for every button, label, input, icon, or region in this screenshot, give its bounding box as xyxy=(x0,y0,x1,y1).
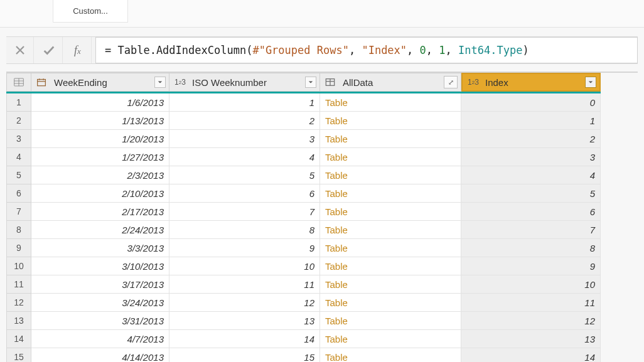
cell-weekending[interactable]: 3/31/2013 xyxy=(31,312,169,330)
cell-alldata[interactable]: Table xyxy=(320,275,461,294)
cell-iso-weeknumber[interactable]: 4 xyxy=(169,148,320,166)
column-header-iso-weeknumber[interactable]: 123 ISO Weeknumber xyxy=(169,73,320,92)
cell-iso-weeknumber[interactable]: 15 xyxy=(169,348,320,362)
cell-alldata[interactable]: Table xyxy=(320,203,461,221)
row-header[interactable]: 6 xyxy=(6,184,31,203)
row-header[interactable]: 3 xyxy=(6,130,31,148)
column-header-weekending[interactable]: WeekEnding xyxy=(31,73,169,92)
cell-index[interactable]: 14 xyxy=(461,348,601,362)
formula-input[interactable]: = Table.AddIndexColumn(#"Grouped Rows", … xyxy=(95,37,638,63)
expand-button-alldata[interactable]: ⤢ xyxy=(444,76,458,88)
cell-iso-weeknumber[interactable]: 11 xyxy=(169,275,320,294)
cell-weekending[interactable]: 3/3/2013 xyxy=(31,239,169,257)
cell-alldata[interactable]: Table xyxy=(320,330,461,348)
column-header-index[interactable]: 123 Index xyxy=(461,73,601,92)
row-header[interactable]: 11 xyxy=(6,275,31,294)
cell-weekending[interactable]: 4/14/2013 xyxy=(31,348,169,362)
cell-weekending[interactable]: 1/27/2013 xyxy=(31,148,169,166)
cell-alldata[interactable]: Table xyxy=(320,239,461,257)
cell-alldata[interactable]: Table xyxy=(320,184,461,203)
cell-index[interactable]: 4 xyxy=(461,166,601,184)
cell-alldata[interactable]: Table xyxy=(320,93,461,112)
cell-weekending[interactable]: 2/17/2013 xyxy=(31,203,169,221)
row-header[interactable]: 2 xyxy=(6,112,31,130)
table-row[interactable]: 52/3/20135Table4 xyxy=(6,166,638,184)
cell-weekending[interactable]: 1/20/2013 xyxy=(31,130,169,148)
row-header[interactable]: 5 xyxy=(6,166,31,184)
filter-button-index[interactable] xyxy=(585,77,596,88)
row-header[interactable]: 7 xyxy=(6,203,31,221)
row-header[interactable]: 12 xyxy=(6,294,31,312)
select-all-corner[interactable] xyxy=(6,73,31,92)
row-header[interactable]: 8 xyxy=(6,221,31,239)
fx-button[interactable]: fx xyxy=(64,37,92,63)
table-row[interactable]: 21/13/20132Table1 xyxy=(6,112,638,130)
cell-alldata[interactable]: Table xyxy=(320,257,461,275)
cell-weekending[interactable]: 2/24/2013 xyxy=(31,221,169,239)
row-header[interactable]: 13 xyxy=(6,312,31,330)
cell-iso-weeknumber[interactable]: 5 xyxy=(169,166,320,184)
table-row[interactable]: 144/7/201314Table13 xyxy=(6,330,638,348)
cell-iso-weeknumber[interactable]: 6 xyxy=(169,184,320,203)
table-row[interactable]: 11/6/20131Table0 xyxy=(6,93,638,112)
table-row[interactable]: 72/17/20137Table6 xyxy=(6,203,638,221)
table-row[interactable]: 133/31/201313Table12 xyxy=(6,312,638,330)
cell-alldata[interactable]: Table xyxy=(320,221,461,239)
cell-iso-weeknumber[interactable]: 2 xyxy=(169,112,320,130)
row-header[interactable]: 10 xyxy=(6,257,31,275)
table-row[interactable]: 154/14/201315Table14 xyxy=(6,348,638,362)
cell-index[interactable]: 0 xyxy=(461,93,601,112)
cell-iso-weeknumber[interactable]: 7 xyxy=(169,203,320,221)
cell-alldata[interactable]: Table xyxy=(320,130,461,148)
cell-iso-weeknumber[interactable]: 13 xyxy=(169,312,320,330)
cell-index[interactable]: 2 xyxy=(461,130,601,148)
row-header[interactable]: 4 xyxy=(6,148,31,166)
cell-iso-weeknumber[interactable]: 14 xyxy=(169,330,320,348)
table-row[interactable]: 93/3/20139Table8 xyxy=(6,239,638,257)
cell-index[interactable]: 11 xyxy=(461,294,601,312)
cell-iso-weeknumber[interactable]: 3 xyxy=(169,130,320,148)
table-row[interactable]: 62/10/20136Table5 xyxy=(6,184,638,203)
cell-index[interactable]: 12 xyxy=(461,312,601,330)
cell-alldata[interactable]: Table xyxy=(320,112,461,130)
cell-alldata[interactable]: Table xyxy=(320,148,461,166)
column-header-alldata[interactable]: AllData ⤢ xyxy=(320,73,461,92)
formula-confirm-button[interactable] xyxy=(35,37,63,63)
cell-index[interactable]: 7 xyxy=(461,221,601,239)
filter-button-weekending[interactable] xyxy=(154,77,166,88)
cell-index[interactable]: 13 xyxy=(461,330,601,348)
cell-iso-weeknumber[interactable]: 12 xyxy=(169,294,320,312)
cell-alldata[interactable]: Table xyxy=(320,294,461,312)
table-row[interactable]: 31/20/20133Table2 xyxy=(6,130,638,148)
cell-index[interactable]: 9 xyxy=(461,257,601,275)
cell-index[interactable]: 6 xyxy=(461,203,601,221)
cell-weekending[interactable]: 3/24/2013 xyxy=(31,294,169,312)
table-row[interactable]: 113/17/201311Table10 xyxy=(6,275,638,294)
cell-index[interactable]: 10 xyxy=(461,275,601,294)
cell-weekending[interactable]: 3/17/2013 xyxy=(31,275,169,294)
cell-alldata[interactable]: Table xyxy=(320,348,461,362)
cell-weekending[interactable]: 2/10/2013 xyxy=(31,184,169,203)
cell-weekending[interactable]: 2/3/2013 xyxy=(31,166,169,184)
cell-alldata[interactable]: Table xyxy=(320,312,461,330)
cell-index[interactable]: 1 xyxy=(461,112,601,130)
cell-weekending[interactable]: 4/7/2013 xyxy=(31,330,169,348)
table-row[interactable]: 123/24/201312Table11 xyxy=(6,294,638,312)
table-row[interactable]: 82/24/20138Table7 xyxy=(6,221,638,239)
row-header[interactable]: 1 xyxy=(6,93,31,112)
row-header[interactable]: 9 xyxy=(6,239,31,257)
table-row[interactable]: 103/10/201310Table9 xyxy=(6,257,638,275)
cell-index[interactable]: 5 xyxy=(461,184,601,203)
cell-iso-weeknumber[interactable]: 8 xyxy=(169,221,320,239)
cell-weekending[interactable]: 1/6/2013 xyxy=(31,93,169,112)
cell-index[interactable]: 8 xyxy=(461,239,601,257)
cell-weekending[interactable]: 1/13/2013 xyxy=(31,112,169,130)
filter-button-iso[interactable] xyxy=(305,77,316,88)
ribbon-button-custom[interactable]: Custom... xyxy=(53,0,128,23)
table-row[interactable]: 41/27/20134Table3 xyxy=(6,148,638,166)
cell-iso-weeknumber[interactable]: 1 xyxy=(169,93,320,112)
row-header[interactable]: 14 xyxy=(6,330,31,348)
row-header[interactable]: 15 xyxy=(6,348,31,362)
cell-weekending[interactable]: 3/10/2013 xyxy=(31,257,169,275)
cell-alldata[interactable]: Table xyxy=(320,166,461,184)
